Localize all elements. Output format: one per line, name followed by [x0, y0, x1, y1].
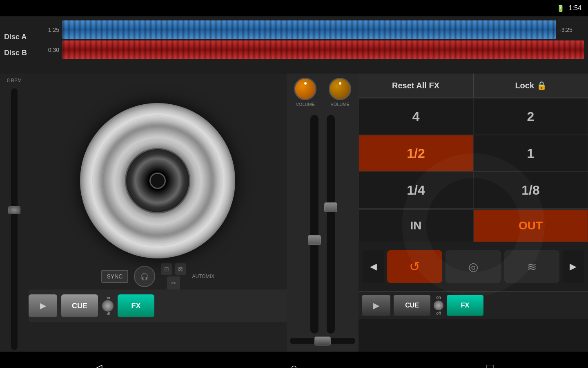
- scissors-icon[interactable]: ✂: [167, 276, 180, 289]
- mixer-controls: SYNC 🎧 ⊡ ⊠ ✂ AUTOMIX: [101, 263, 214, 289]
- waveforms: 1:25 -3:25 0:30: [41, 20, 584, 70]
- waveform-a-row: 1:25 -3:25: [41, 20, 584, 39]
- time-end-a: -3:25: [559, 27, 584, 33]
- out-button[interactable]: OUT: [473, 209, 588, 242]
- nav-bar: ◁ ○ □: [0, 352, 588, 368]
- bpm-slider-thumb[interactable]: [8, 206, 20, 214]
- loop-4[interactable]: 4: [359, 98, 473, 135]
- fx-controls: ◀ ↺ ◎ ≋ ▶: [359, 242, 588, 291]
- knob-a-container: VOLUME: [294, 78, 316, 107]
- cue-button[interactable]: CUE: [61, 294, 98, 317]
- knob-area: VOLUME VOLUME: [294, 78, 351, 107]
- recent-button[interactable]: □: [478, 356, 502, 368]
- headphone-button[interactable]: 🎧: [134, 266, 155, 287]
- bpm-slider[interactable]: [11, 88, 18, 350]
- reset-all-fx-button[interactable]: Reset All FX: [359, 74, 474, 97]
- deck-area: 0 BPM: [0, 74, 588, 352]
- in-button[interactable]: IN: [359, 209, 473, 242]
- crossfader[interactable]: [290, 338, 355, 344]
- waveform-b-row: 0:30: [41, 40, 584, 59]
- disc-labels: Disc A Disc B: [4, 33, 37, 57]
- deck-controls: ▶ CUE on off FX: [29, 289, 287, 322]
- in-out-row: IN OUT: [359, 209, 588, 242]
- lock-button[interactable]: Lock 🔒: [474, 74, 588, 97]
- bpm-label: 0 BPM: [7, 78, 22, 83]
- fader-container: [310, 111, 335, 338]
- disc-a-label: Disc A: [4, 33, 37, 41]
- right-fx-button[interactable]: FX: [447, 295, 483, 316]
- right-play-button[interactable]: ▶: [362, 295, 390, 316]
- loop-eighth[interactable]: 1/8: [473, 172, 588, 209]
- small-icons: ⊡ ⊠: [161, 263, 186, 275]
- fader-a-handle[interactable]: [308, 235, 321, 245]
- loop-grid: 4 2 1/2 1 1/4 1/8: [359, 98, 588, 209]
- crop-icon[interactable]: ⊡: [161, 263, 172, 275]
- time-a: 1:25: [41, 27, 59, 33]
- turntable[interactable]: [80, 103, 235, 258]
- waveform-area: Disc A Disc B 1:25 -3:25 0:30: [0, 16, 588, 74]
- fx-target-button[interactable]: ◎: [445, 250, 501, 283]
- fx-button[interactable]: FX: [118, 294, 154, 317]
- automix-area: ⊡ ⊠ ✂: [161, 263, 186, 289]
- waveform-b-bar[interactable]: [62, 40, 584, 59]
- time-display: 1:54: [569, 4, 581, 12]
- mixer-area: VOLUME VOLUME: [287, 74, 359, 352]
- fx-prev-button[interactable]: ◀: [363, 250, 384, 283]
- status-bar: 🔋 1:54: [0, 0, 588, 16]
- volume-label-b: VOLUME: [331, 102, 350, 107]
- waveform-a-bar[interactable]: [62, 20, 556, 39]
- fx-next-button[interactable]: ▶: [563, 250, 584, 283]
- crossfader-handle[interactable]: [314, 337, 331, 346]
- right-cue-button[interactable]: CUE: [394, 295, 430, 316]
- fx-panel: Reset All FX Lock 🔒 4 2 1/2 1 1/4 1/8 IN: [359, 74, 588, 352]
- loop-half[interactable]: 1/2: [359, 135, 473, 172]
- home-button[interactable]: ○: [282, 356, 306, 368]
- left-deck: 0 BPM: [0, 74, 287, 352]
- toggle-switch[interactable]: on off: [102, 296, 114, 316]
- headphone-icon: 🎧: [140, 273, 149, 280]
- crop2-icon[interactable]: ⊠: [175, 263, 186, 275]
- disc-b-label: Disc B: [4, 49, 37, 57]
- back-button[interactable]: ◁: [86, 356, 110, 368]
- main-area: Disc A Disc B 1:25 -3:25 0:30: [0, 16, 588, 352]
- loop-quarter[interactable]: 1/4: [359, 172, 473, 209]
- volume-knob-a[interactable]: [294, 78, 316, 100]
- automix-label: AUTOMIX: [192, 274, 214, 279]
- volume-label-a: VOLUME: [296, 102, 315, 107]
- sync-button[interactable]: SYNC: [101, 270, 129, 283]
- knob-b-container: VOLUME: [329, 78, 351, 107]
- time-b: 0:30: [41, 47, 59, 53]
- bpm-area: 0 BPM: [0, 74, 29, 352]
- fader-a[interactable]: [310, 115, 318, 334]
- fx-top-buttons: Reset All FX Lock 🔒: [359, 74, 588, 98]
- right-toggle-switch[interactable]: on off: [434, 295, 443, 316]
- play-button[interactable]: ▶: [29, 294, 57, 317]
- battery-icon: 🔋: [557, 4, 565, 12]
- right-deck-controls: ▶ CUE on off FX: [359, 291, 588, 319]
- fader-b-handle[interactable]: [324, 202, 337, 212]
- fx-replay-button[interactable]: ↺: [387, 250, 442, 283]
- fx-wave-button[interactable]: ≋: [504, 250, 559, 283]
- volume-knob-b[interactable]: [329, 78, 351, 100]
- loop-1[interactable]: 1: [473, 135, 588, 172]
- loop-2[interactable]: 2: [473, 98, 588, 135]
- fader-b[interactable]: [327, 115, 335, 334]
- fx-content-area: 4 2 1/2 1 1/4 1/8 IN OUT ◀ ↺ ◎ ≋: [359, 98, 588, 352]
- turntable-area: SYNC 🎧 ⊡ ⊠ ✂ AUTOMIX ▶: [29, 74, 287, 352]
